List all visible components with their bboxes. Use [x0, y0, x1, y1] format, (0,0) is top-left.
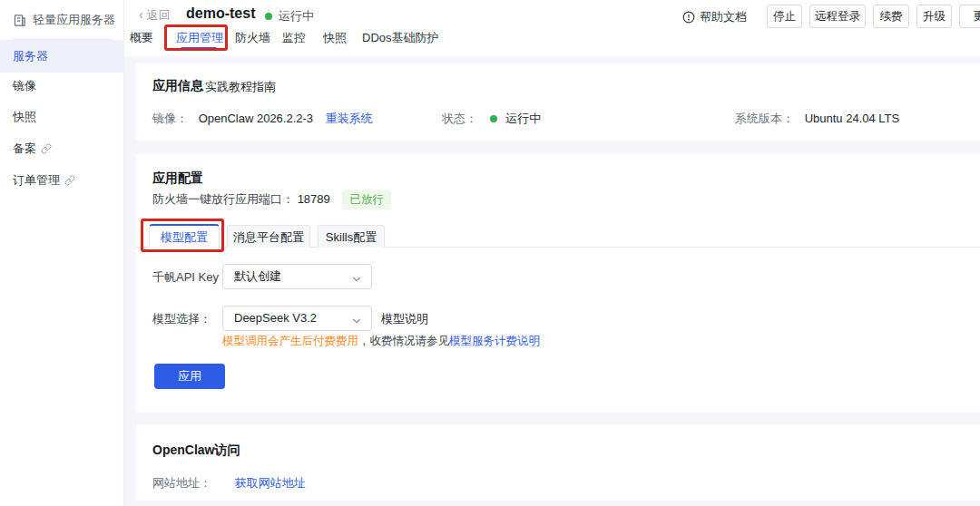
status-field: 状态： 运行中: [442, 111, 541, 127]
billing-warning-orange: 模型调用会产生后付费费用: [222, 335, 358, 347]
external-link-icon: [41, 134, 52, 166]
image-field: 镜像： OpenClaw 2026.2.2-3 重装系统: [152, 111, 373, 127]
api-key-label: 千帆API Key：: [152, 269, 230, 286]
info-circle-icon: [682, 11, 695, 24]
running-dot: [265, 13, 272, 20]
api-key-select[interactable]: 默认创建: [222, 264, 372, 289]
sidebar-brand-label: 轻量应用服务器: [33, 12, 115, 28]
status-running-dot: [490, 115, 497, 122]
model-select-value: DeepSeek V3.2: [234, 311, 317, 325]
subtab-model-config[interactable]: 模型配置: [149, 224, 220, 248]
openclaw-access-title: OpenClaw访问: [152, 443, 240, 459]
external-link-icon: [64, 166, 75, 198]
sidebar-brand: 轻量应用服务器: [0, 0, 123, 28]
help-docs-label: 帮助文档: [700, 9, 747, 25]
os-version-field: 系统版本： Ubuntu 24.04 LTS: [735, 111, 899, 127]
sidebar-item-images[interactable]: 镜像: [0, 70, 124, 102]
billing-warning: 模型调用会产生后付费费用，收费情况请参见模型服务计费说明: [222, 334, 540, 349]
renew-button[interactable]: 续费: [873, 5, 909, 28]
upgrade-button[interactable]: 升级: [916, 5, 952, 28]
billing-doc-link[interactable]: 模型服务计费说明: [449, 335, 540, 347]
app-config-card: 应用配置 防火墙一键放行应用端口： 18789 已放行 模型配置 消息平台配置 …: [136, 154, 980, 413]
subtab-skills-config[interactable]: Skills配置: [318, 225, 385, 248]
active-tab-underline: [181, 47, 217, 50]
tab-ddos[interactable]: DDos基础防护: [362, 30, 439, 46]
sidebar-item-icp[interactable]: 备案: [0, 132, 124, 164]
model-select[interactable]: DeepSeek V3.2: [222, 306, 372, 331]
os-version-value: Ubuntu 24.04 LTS: [805, 112, 900, 125]
help-docs-link[interactable]: 帮助文档: [682, 9, 747, 25]
stop-button[interactable]: 停止: [767, 5, 802, 28]
reinstall-os-link[interactable]: 重装系统: [326, 112, 373, 125]
app-info-title: 应用信息: [152, 78, 203, 94]
instance-status-label: 运行中: [279, 9, 314, 23]
tab-overview[interactable]: 概要: [130, 30, 153, 46]
port-label: 防火墙一键放行应用端口：: [152, 192, 294, 206]
os-version-label: 系统版本：: [735, 112, 794, 125]
sidebar-item-label: 服务器: [13, 49, 48, 63]
sidebar-item-label: 快照: [13, 110, 36, 123]
status-value: 运行中: [505, 112, 541, 125]
image-label: 镜像：: [152, 112, 188, 125]
sidebar-item-orders[interactable]: 订单管理: [0, 164, 124, 196]
get-site-address-link[interactable]: 获取网站地址: [235, 476, 306, 490]
console-page: 轻量应用服务器 服务器 镜像 快照 备案 订单管理 ‹返回 demo-test …: [0, 0, 980, 506]
chevron-down-icon: [350, 270, 363, 294]
remote-login-button[interactable]: 远程登录: [809, 5, 866, 28]
tab-monitoring[interactable]: 监控: [282, 30, 306, 46]
tab-app-management[interactable]: 应用管理: [176, 30, 223, 46]
site-address-label: 网站地址：: [152, 476, 211, 490]
app-config-title: 应用配置: [152, 170, 203, 187]
more-button[interactable]: 更多: [959, 5, 980, 28]
apply-button[interactable]: 应用: [154, 364, 225, 389]
content-area: 应用信息 实践教程指南 镜像： OpenClaw 2026.2.2-3 重装系统…: [124, 56, 980, 506]
image-value: OpenClaw 2026.2.2-3: [199, 112, 313, 125]
sidebar-item-label: 镜像: [13, 79, 36, 92]
model-doc-link[interactable]: 模型说明: [381, 311, 428, 327]
sidebar-item-label: 订单管理: [13, 173, 60, 187]
port-open-badge: 已放行: [342, 190, 391, 209]
sidebar-item-snapshots[interactable]: 快照: [0, 101, 124, 132]
instance-header: ‹返回 demo-test 运行中 帮助文档 停止 远程登录 续费 升级 更多 …: [124, 0, 980, 56]
chevron-left-icon: ‹: [139, 7, 143, 22]
app-info-card: 应用信息 实践教程指南 镜像： OpenClaw 2026.2.2-3 重装系统…: [136, 63, 980, 141]
instance-status: 运行中: [265, 8, 314, 24]
back-label: 返回: [147, 8, 171, 22]
back-button[interactable]: ‹返回: [139, 7, 171, 24]
tab-firewall[interactable]: 防火墙: [235, 30, 270, 46]
chevron-down-icon: [350, 312, 363, 336]
model-select-label: 模型选择：: [152, 311, 211, 327]
server-product-icon: [13, 14, 26, 27]
site-address-row: 网站地址： 获取网站地址: [152, 475, 306, 491]
instance-name: demo-test: [186, 5, 255, 22]
sidebar-item-servers[interactable]: 服务器: [0, 40, 124, 73]
tutorial-guide-link[interactable]: 实践教程指南: [205, 79, 276, 95]
sidebar: 轻量应用服务器 服务器 镜像 快照 备案 订单管理: [0, 0, 124, 506]
sidebar-item-label: 备案: [13, 141, 36, 155]
openclaw-access-card: OpenClaw访问 网站地址： 获取网站地址: [136, 424, 980, 501]
tab-snapshot[interactable]: 快照: [323, 30, 347, 46]
firewall-port-row: 防火墙一键放行应用端口： 18789 已放行: [152, 190, 391, 209]
status-label: 状态：: [442, 112, 477, 125]
billing-warning-plain: ，收费情况请参见: [358, 335, 449, 347]
subtab-message-platform[interactable]: 消息平台配置: [227, 225, 310, 248]
port-value: 18789: [298, 192, 330, 206]
api-key-value: 默认创建: [234, 269, 281, 283]
